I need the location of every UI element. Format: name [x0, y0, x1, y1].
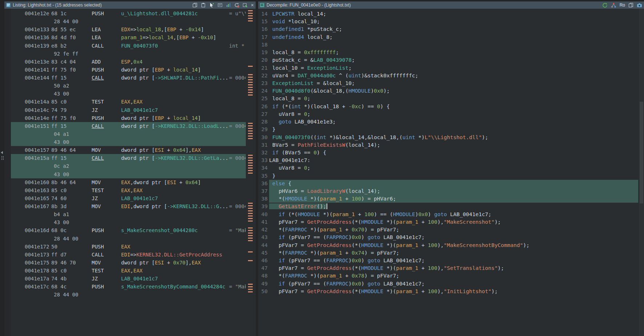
scroll-marker[interactable]: [248, 291, 253, 292]
scroll-marker[interactable]: [248, 203, 253, 204]
scroll-marker[interactable]: [248, 238, 253, 239]
scroll-marker[interactable]: [248, 232, 253, 234]
listing-row[interactable]: b4 a1: [11, 210, 246, 218]
listing-row[interactable]: 0041e1678b 3dMOVEDI,dword ptr [->KERNEL3…: [11, 202, 246, 210]
listing-row[interactable]: 0041e17250PUSHEAX: [11, 243, 246, 251]
decompiler-line[interactable]: 24 FUN_0040d8f0(&local_18,(HMODULE)0x0);: [258, 87, 638, 95]
scroll-marker[interactable]: [248, 208, 253, 209]
decompiler-line[interactable]: 34 uVar8 = 0;: [258, 164, 638, 172]
decompiler-line[interactable]: 33LAB_0041e1c7:: [258, 157, 638, 164]
decompiler-line[interactable]: 35 }: [258, 172, 638, 180]
listing-row[interactable]: 50 a2: [11, 82, 246, 90]
scroll-marker[interactable]: [248, 213, 253, 214]
listing-row[interactable]: 0041e1608b 46 64MOVEAX,dword ptr [ESI + …: [11, 178, 246, 186]
scroll-marker[interactable]: [248, 133, 253, 134]
decompiler-line[interactable]: 49 if (pFVar7 == (FARPROC)0x0) goto LAB_…: [258, 280, 638, 288]
scroll-marker[interactable]: [248, 10, 253, 11]
listing-row[interactable]: 0041e1368d 4d f0LEAparam_1=>local_14,[EB…: [11, 33, 246, 41]
scroll-marker[interactable]: [248, 162, 253, 163]
listing-row[interactable]: 0041e144ff 15CALLdword ptr [->SHLWAPI.DL…: [11, 74, 246, 82]
scroll-marker[interactable]: [248, 13, 253, 14]
decompiler-line[interactable]: 15 void *local_10;: [258, 18, 638, 25]
listing-row[interactable]: 0041e141ff 75 f0PUSHdword ptr [EBP + loc…: [11, 66, 246, 74]
listing-row[interactable]: 43 00: [11, 90, 246, 98]
rerun-decompiler-icon[interactable]: [602, 3, 608, 8]
decompiler-line[interactable]: 43 if (pFVar7 == (FARPROC)0x0) goto LAB_…: [258, 234, 638, 241]
listing-row[interactable]: 0041e13e83 c4 04ADDESP,0x4: [11, 58, 246, 66]
listing-row[interactable]: 0041e14c74 79JZLAB_0041e1c7: [11, 106, 246, 114]
scroll-marker[interactable]: [248, 92, 253, 93]
decompiler-line[interactable]: 36 else {: [258, 180, 638, 187]
listing-row[interactable]: 28 44 00: [11, 291, 246, 299]
splitter-drag-handle[interactable]: [1, 156, 2, 157]
scroll-marker[interactable]: [248, 125, 253, 126]
decompiler-titlebar[interactable]: Decompile: FUN_0041e0e0 - (Lightshot.txt…: [258, 1, 644, 9]
decompiler-line[interactable]: 47 pFVar7 = GetProcAddress(*(HMODULE *)(…: [258, 264, 638, 272]
listing-row[interactable]: 43 00: [11, 218, 246, 226]
decompiler-line[interactable]: 32 if (BVar5 == 0) {: [258, 149, 638, 157]
listing-row[interactable]: 0041e14a85 c0TESTEAX,EAX: [11, 98, 246, 106]
scroll-marker[interactable]: [248, 218, 253, 219]
scroll-marker[interactable]: [248, 235, 253, 236]
scroll-marker[interactable]: [248, 286, 253, 287]
scroll-marker[interactable]: [248, 215, 253, 216]
scroll-marker[interactable]: [248, 135, 253, 137]
paste-icon[interactable]: [201, 3, 206, 8]
decompiler-line[interactable]: 50 pFVar7 = GetProcAddress(*(HMODULE *)(…: [258, 288, 638, 295]
decompiler-line[interactable]: 25 local_8 = 0;: [258, 95, 638, 102]
listing-row[interactable]: 28 44 00: [11, 235, 246, 243]
decompiler-line[interactable]: 44 pFVar7 = GetProcAddress(*(HMODULE *)(…: [258, 242, 638, 249]
scroll-marker[interactable]: [248, 89, 253, 90]
listing-row[interactable]: 0041e17589 46 70MOVdword ptr [ESI + 0x70…: [11, 259, 246, 267]
listing-fields-icon[interactable]: [217, 3, 223, 8]
scroll-marker[interactable]: [248, 230, 253, 231]
decompiler-line[interactable]: 42 *(FARPROC *)(param_1 + 0x70) = pFVar7…: [258, 226, 638, 234]
listing-row[interactable]: 28 44 00: [11, 17, 246, 25]
decompiler-line[interactable]: 48 *(FARPROC *)(param_1 + 0x78) = pFVar7…: [258, 272, 638, 280]
listing-row[interactable]: 0041e173ff d7CALLEDI=>KERNEL32.DLL::GetP…: [11, 251, 246, 259]
scroll-marker[interactable]: [248, 289, 253, 290]
scroll-marker[interactable]: [248, 79, 253, 80]
decompiler-line[interactable]: 28 goto LAB_0041e1e3;: [258, 118, 638, 126]
listing-row[interactable]: 92 fe ff: [11, 50, 246, 58]
scroll-marker[interactable]: [248, 167, 253, 169]
splitter-collapse-arrow[interactable]: [1, 151, 3, 154]
listing-row[interactable]: 0041e15aff 15CALLdword ptr [->KERNEL32.D…: [11, 154, 246, 162]
scroll-marker[interactable]: [248, 130, 253, 131]
scroll-marker[interactable]: [248, 87, 253, 88]
scroll-marker[interactable]: [248, 74, 253, 75]
listing-row[interactable]: 0041e17a74 4bJZLAB_0041e1c7: [11, 275, 246, 283]
listing-row[interactable]: 0041e1338d 55 ecLEAEDX=>local_18,[EBP + …: [11, 25, 246, 33]
listing-row[interactable]: 0041e17885 c0TESTEAX,EAX: [11, 267, 246, 275]
scroll-marker[interactable]: [248, 82, 253, 83]
listing-titlebar[interactable]: Listing: Lightshot.txt - (15 addresses s…: [4, 1, 256, 9]
scroll-marker[interactable]: [248, 284, 253, 285]
listing-row[interactable]: 0041e12e68 1cPUSHu_\Lightshot.dll_004428…: [11, 9, 246, 17]
decompiler-line[interactable]: 23 ExceptionList = &local_10;: [258, 80, 638, 87]
scroll-marker[interactable]: [248, 227, 253, 228]
scroll-marker[interactable]: [248, 123, 253, 124]
close-icon[interactable]: ×: [251, 3, 254, 8]
listing-row[interactable]: 0041e151ff 15CALLdword ptr [->KERNEL32.D…: [11, 122, 246, 130]
snapshot-camera-icon[interactable]: [637, 3, 642, 8]
scroll-marker[interactable]: [248, 66, 253, 67]
scroll-marker[interactable]: [248, 84, 253, 85]
listing-body[interactable]: 0041e12e68 1cPUSHu_\Lightshot.dll_004428…: [4, 9, 256, 336]
decompiler-line[interactable]: 16 undefined1 *puStack_c;: [258, 25, 638, 33]
scroll-marker[interactable]: [248, 77, 253, 78]
ro-button[interactable]: Ro: [620, 3, 625, 8]
copy-icon[interactable]: [192, 3, 197, 8]
scroll-marker[interactable]: [248, 160, 253, 161]
listing-row[interactable]: 0041e16574 60JZLAB_0041e1c7: [11, 194, 246, 202]
copy-icon[interactable]: [628, 3, 633, 8]
decompiler-line[interactable]: 19 local_8 = 0xffffffff;: [258, 49, 638, 56]
decompiler-line[interactable]: 37 pHVar6 = LoadLibraryW(local_14);: [258, 187, 638, 195]
decompiler-line[interactable]: 26 if (*(int *)(local_18 + -0xc) == 0) {: [258, 103, 638, 110]
listing-row[interactable]: 0041e14eff 75 f0PUSHdword ptr [EBP + loc…: [11, 114, 246, 122]
scroll-marker[interactable]: [248, 20, 253, 21]
listing-row[interactable]: 04 a1: [11, 130, 246, 138]
decompiler-line[interactable]: 14 LPCWSTR local_14;: [258, 10, 638, 18]
decompiler-line[interactable]: 22 uVar4 = DAT_0044a00c ^ (uint)&stack0x…: [258, 72, 638, 80]
scroll-marker[interactable]: [248, 173, 253, 174]
listing-row[interactable]: 0041e15789 46 64MOVdword ptr [ESI + 0x64…: [11, 146, 246, 154]
